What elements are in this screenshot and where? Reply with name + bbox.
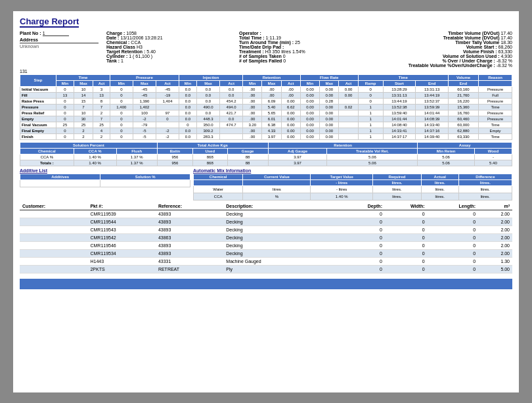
- auto-mix-table: Chemical Current Value Target Value Requ…: [193, 174, 512, 201]
- col-pkt: Pkt #:: [87, 202, 155, 210]
- footer-bar: [20, 279, 512, 289]
- col-customer: Customer:: [20, 202, 87, 210]
- page-title: Charge Report: [20, 16, 79, 28]
- steps-table: Step Time Pressure Injection Retention F…: [20, 74, 512, 140]
- table-row: CMR11954643893Decking0002.00: [20, 241, 512, 249]
- table-row: 2PKTSRETREATPly0005.00: [20, 265, 512, 273]
- header-mid: Charge : 1058 Date : 13/11/2006 13:28:21…: [106, 31, 238, 68]
- solution-table: Solution Percent Total Active Kgs Retent…: [20, 142, 512, 166]
- table-row: CMR11954443893Decking0002.00: [20, 218, 512, 225]
- header-right: Timber Volume (DVOut) 17.40 Treatable Vo…: [372, 31, 512, 68]
- col-desc: Description:: [223, 202, 334, 210]
- plant-id: 131: [20, 69, 512, 74]
- col-length: Length:: [428, 202, 479, 210]
- additive-section: Additive List Additives Solution % Autom…: [20, 168, 512, 201]
- header-left: Plant No : 1 Address Unknown: [20, 31, 105, 68]
- additive-table: Additives Solution %: [20, 174, 190, 187]
- table-row: CMR11953443893Decking0002.00: [20, 249, 512, 257]
- table-row: H144343331Machine Gauged0001.30: [20, 257, 512, 265]
- table-row: CMR11954243863Decking0002.00: [20, 233, 512, 241]
- header-mid2: Operator : Total Time : 1:11.19 Turn Aro…: [239, 31, 370, 68]
- auto-mix-title: Automatic Mix Information: [193, 168, 512, 173]
- table-row: CMR11954343893Decking0002.00: [20, 225, 512, 233]
- col-width: Width:: [385, 202, 428, 210]
- col-ref: Reference:: [156, 202, 223, 210]
- col-m3: m³: [478, 202, 512, 210]
- additive-list-title: Additive List: [20, 168, 190, 173]
- col-depth: Depth:: [334, 202, 385, 210]
- table-row: CMR11953943893Decking0002.00: [20, 210, 512, 218]
- customer-table: Customer: Pkt #: Reference: Description:…: [20, 202, 512, 273]
